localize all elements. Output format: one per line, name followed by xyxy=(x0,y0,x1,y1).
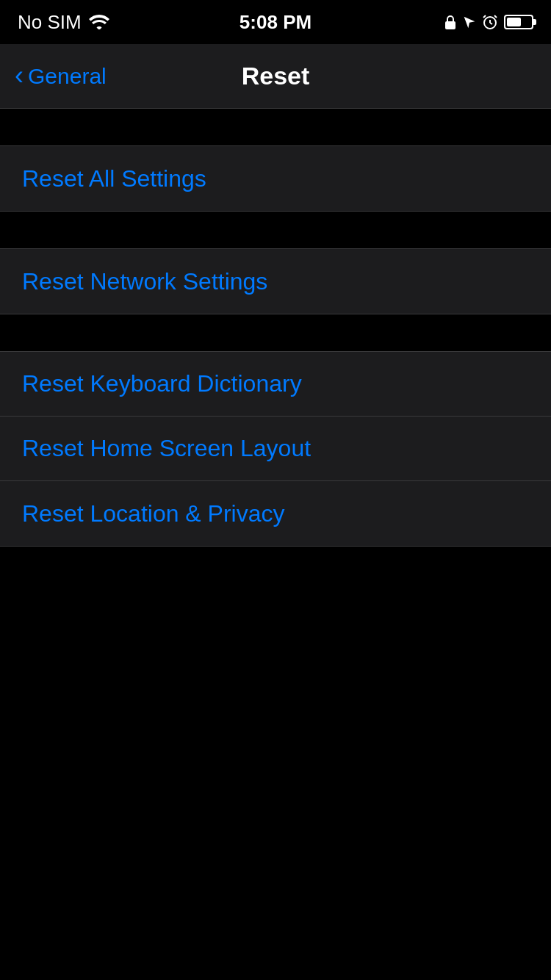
section-network: Reset Network Settings xyxy=(0,248,551,314)
content: Reset All Settings Reset Network Setting… xyxy=(0,109,551,914)
svg-line-3 xyxy=(490,23,492,24)
back-chevron-icon: ‹ xyxy=(15,62,24,89)
reset-keyboard-dictionary-label: Reset Keyboard Dictionary xyxy=(22,370,302,397)
svg-line-5 xyxy=(494,15,497,18)
spacer-3 xyxy=(0,314,551,351)
location-icon xyxy=(463,14,476,30)
status-bar-time: 5:08 PM xyxy=(240,11,311,34)
section-keyboard-home-location: Reset Keyboard Dictionary Reset Home Scr… xyxy=(0,351,551,547)
reset-all-settings-label: Reset All Settings xyxy=(22,165,206,192)
battery-fill xyxy=(507,18,521,26)
carrier-label: No SIM xyxy=(18,11,82,34)
reset-all-settings-item[interactable]: Reset All Settings xyxy=(0,146,551,211)
reset-network-settings-item[interactable]: Reset Network Settings xyxy=(0,249,551,314)
nav-bar: ‹ General Reset xyxy=(0,44,551,109)
battery-icon xyxy=(504,15,533,29)
back-button[interactable]: ‹ General xyxy=(15,64,107,89)
page-title: Reset xyxy=(242,62,310,90)
back-label: General xyxy=(28,64,107,89)
spacer-2 xyxy=(0,212,551,248)
reset-location-privacy-label: Reset Location & Privacy xyxy=(22,500,285,527)
reset-keyboard-dictionary-item[interactable]: Reset Keyboard Dictionary xyxy=(0,352,551,417)
svg-line-4 xyxy=(483,15,486,18)
svg-rect-0 xyxy=(445,21,455,29)
status-bar-left: No SIM xyxy=(18,11,109,34)
status-bar-right xyxy=(444,14,533,30)
status-bar: No SIM 5:08 PM xyxy=(0,0,551,44)
alarm-icon xyxy=(482,14,498,30)
spacer-1 xyxy=(0,109,551,145)
reset-home-screen-layout-label: Reset Home Screen Layout xyxy=(22,435,311,462)
reset-location-privacy-item[interactable]: Reset Location & Privacy xyxy=(0,481,551,546)
wifi-icon xyxy=(89,15,109,29)
bottom-fill xyxy=(0,547,551,914)
section-all-settings: Reset All Settings xyxy=(0,145,551,212)
reset-network-settings-label: Reset Network Settings xyxy=(22,268,267,295)
reset-home-screen-layout-item[interactable]: Reset Home Screen Layout xyxy=(0,417,551,481)
lock-icon xyxy=(444,14,457,30)
